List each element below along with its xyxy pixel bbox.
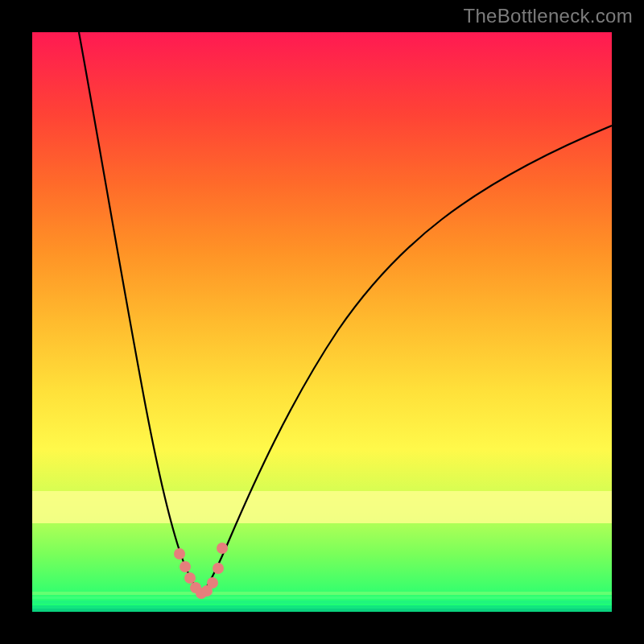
highlight-markers [32, 32, 612, 612]
marker-dot [217, 543, 228, 554]
marker-dot [180, 561, 191, 572]
marker-dot [174, 548, 185, 559]
marker-dot [184, 572, 196, 584]
marker-dot [207, 577, 218, 588]
chart-frame: TheBottleneck.com [0, 0, 644, 644]
marker-dot [213, 563, 224, 574]
watermark-text: TheBottleneck.com [463, 5, 633, 27]
plot-area [32, 32, 612, 612]
